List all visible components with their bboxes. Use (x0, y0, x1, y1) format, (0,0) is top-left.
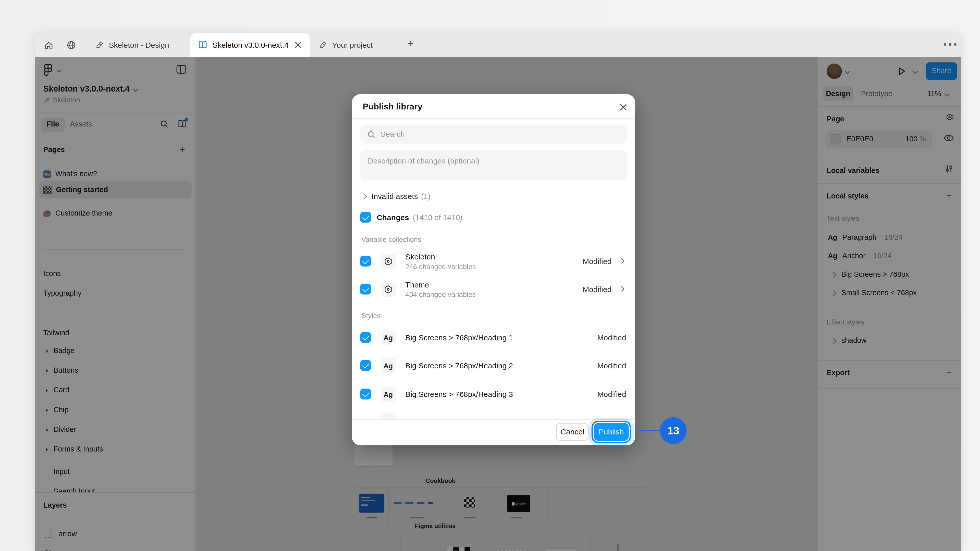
close-tab-icon[interactable] (295, 41, 302, 48)
text-style-tile: Ag (380, 330, 396, 345)
ag-glyph: Ag (383, 391, 393, 398)
tab-your-project[interactable]: Your project (310, 33, 404, 57)
row-name: Skeleton (405, 253, 435, 261)
search-icon (367, 130, 375, 138)
text-style-tile: Ag (380, 387, 396, 402)
search-placeholder: Search (380, 130, 405, 138)
invalid-assets-row[interactable]: Invalid assets (1) (362, 193, 431, 200)
kebab-menu-icon (949, 43, 951, 46)
changes-checkbox[interactable] (360, 212, 371, 222)
new-tab-button[interactable]: + (407, 39, 413, 49)
annotation-step-number: 13 (667, 425, 679, 436)
dialog-title: Publish library (363, 102, 422, 111)
variable-hexagon-icon (384, 257, 393, 266)
changes-row: Changes (1410 of 1410) (360, 212, 463, 222)
row-name: Big Screens > 768px/Heading 2 (405, 362, 513, 370)
variable-collection-tile (380, 282, 396, 297)
tab-label: Skeleton v3.0.0-next.4 (213, 41, 289, 49)
ag-glyph: Ag (383, 362, 393, 369)
changes-count: (1410 of 1410) (413, 213, 463, 221)
search-input[interactable]: Search (360, 125, 627, 144)
kebab-menu-icon (954, 43, 956, 46)
row-checkbox[interactable] (360, 284, 371, 294)
annotation-step-badge: 13 (660, 417, 687, 444)
invalid-assets-count: (1) (421, 193, 431, 200)
variable-collections-header: Variable collections (361, 236, 421, 243)
text-style-tile: Ag (380, 358, 396, 373)
publish-row-heading-3[interactable]: Ag Big Screens > 768px/Heading 3 Modifie… (352, 380, 635, 408)
chevron-right-icon (361, 194, 367, 199)
tab-label: Skeleton - Design (109, 41, 169, 49)
publish-row-theme[interactable]: Theme 404 changed variables Modified (352, 275, 635, 303)
row-status: Modified (583, 286, 611, 293)
partial-row-tile (380, 413, 396, 418)
description-placeholder: Description of changes (optional) (368, 157, 479, 165)
cancel-label: Cancel (560, 428, 584, 436)
close-dialog-button[interactable] (618, 102, 628, 112)
row-status: Modified (583, 258, 611, 265)
tab-bar: Skeleton - Design Skeleton v3.0.0-next.4… (35, 33, 961, 57)
screen: Skeleton - Design Skeleton v3.0.0-next.4… (0, 0, 980, 551)
row-checkbox[interactable] (360, 332, 371, 343)
kebab-menu-icon (944, 43, 946, 46)
invalid-assets-label: Invalid assets (372, 193, 418, 200)
publish-label: Publish (599, 428, 624, 436)
styles-header: Styles (361, 312, 380, 319)
row-checkbox[interactable] (360, 389, 371, 400)
row-detail: 404 changed variables (405, 291, 476, 298)
row-name: Big Screens > 768px/Heading 3 (405, 391, 513, 398)
pen-icon (319, 41, 327, 49)
home-button[interactable] (40, 37, 57, 54)
row-status: Modified (597, 391, 626, 398)
changes-label: Changes (377, 213, 409, 221)
row-name: Theme (405, 281, 429, 289)
globe-icon (66, 40, 76, 50)
window-menu-button[interactable] (944, 43, 956, 46)
publish-library-dialog: Publish library Search Description of ch… (352, 94, 635, 445)
pen-icon (95, 41, 103, 49)
row-status: Modified (597, 334, 626, 341)
close-icon (619, 103, 626, 110)
row-checkbox[interactable] (360, 360, 371, 371)
library-book-icon (198, 41, 207, 49)
row-name: Big Screens > 768px/Heading 1 (405, 334, 513, 341)
publish-row-skeleton[interactable]: Skeleton 246 changed variables Modified (352, 248, 635, 275)
description-textarea[interactable]: Description of changes (optional) (360, 150, 627, 180)
row-checkbox[interactable] (360, 256, 371, 266)
tab-label: Your project (332, 41, 373, 49)
publish-button[interactable]: Publish (593, 423, 628, 441)
annotation-connector (639, 430, 660, 431)
ag-glyph: Ag (383, 334, 393, 341)
tab-skeleton-v3-active[interactable]: Skeleton v3.0.0-next.4 (190, 33, 310, 57)
home-icon (44, 40, 53, 50)
tab-skeleton-design[interactable]: Skeleton - Design (89, 33, 190, 57)
publish-row-heading-2[interactable]: Ag Big Screens > 768px/Heading 2 Modifie… (352, 352, 635, 380)
publish-row-heading-1[interactable]: Ag Big Screens > 768px/Heading 1 Modifie… (352, 324, 635, 352)
row-status: Modified (597, 362, 626, 370)
variable-hexagon-icon (384, 285, 393, 294)
variable-collection-tile (380, 254, 396, 269)
browse-button[interactable] (63, 37, 80, 54)
chevron-right-icon (619, 258, 625, 264)
chevron-right-icon (619, 286, 625, 291)
row-detail: 246 changed variables (405, 263, 476, 270)
cancel-button[interactable]: Cancel (556, 423, 589, 441)
